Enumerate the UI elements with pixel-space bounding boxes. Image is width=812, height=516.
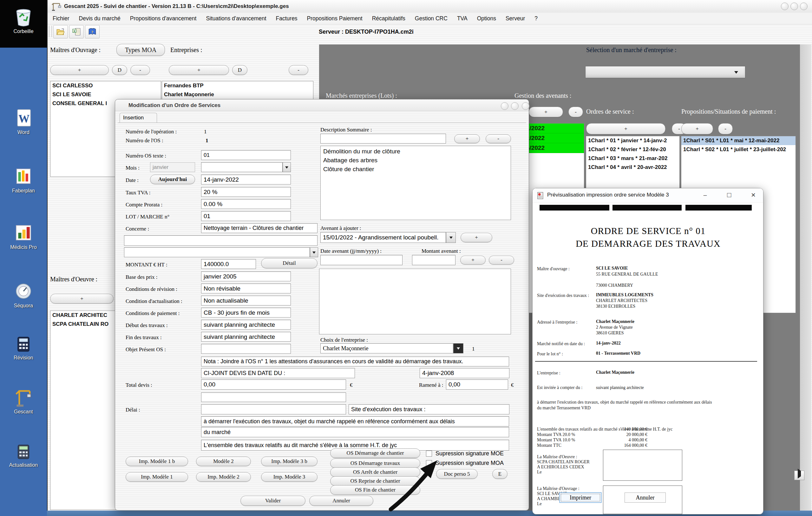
avenants-remove-button[interactable]: - — [569, 107, 583, 117]
list-item[interactable]: Charlet Maçonnerie — [162, 90, 313, 99]
cijoint-input[interactable]: CI-JOINT DEVIS EN DATE DU : — [201, 368, 355, 378]
date-avenant-input[interactable] — [320, 255, 403, 265]
ordre-item[interactable]: 1Charl * 04 * avril * 20-avr-2022 — [586, 163, 679, 172]
preview-close-button[interactable]: × — [748, 190, 758, 200]
description-item[interactable]: Clôture de chantier — [321, 164, 511, 173]
preview-minimize-button[interactable]: – — [700, 190, 710, 200]
avenant-combo-button[interactable] — [446, 232, 456, 243]
modele-2-button[interactable]: Modèle 2 — [196, 457, 251, 466]
avenant-item[interactable]: 5/2022 — [524, 143, 584, 153]
aujourdhui-button[interactable]: Aujourd'hui — [150, 175, 195, 184]
main-titlebar[interactable]: Gescant 2025 - Suivi de chantier - Versi… — [48, 0, 812, 13]
propositions-remove-button[interactable]: - — [718, 123, 733, 134]
mois-combo-button[interactable] — [283, 162, 291, 172]
mois-combo-input[interactable] — [201, 162, 283, 172]
ordre-item[interactable]: 1Charl * 02 * février * 12-fév-20 — [586, 145, 679, 154]
desktop-icon-sequora[interactable]: Séquora — [0, 281, 47, 309]
close-button[interactable] — [800, 3, 808, 10]
total-devis-input[interactable]: 0,00 — [201, 379, 346, 390]
description-item[interactable]: Démolition du mur de clôture — [321, 146, 511, 156]
list-item[interactable]: SCI CARLESSO — [51, 81, 161, 90]
montant-ht-input[interactable]: 140000.0 — [201, 259, 256, 269]
desktop-icon-word[interactable]: W Word — [0, 108, 47, 135]
menu-options[interactable]: Options — [477, 15, 496, 22]
moa-duplicate-button[interactable]: D — [112, 65, 127, 75]
menu-devis-du-marche[interactable]: Devis du marché — [79, 15, 120, 22]
objet-present-os-input[interactable] — [201, 344, 291, 354]
entreprises-duplicate-button[interactable]: D — [232, 65, 248, 75]
imp-modele-2-button[interactable]: Imp. Modèle 2 — [196, 472, 251, 482]
menu-situations-avancement[interactable]: Situations d'avancement — [206, 15, 266, 22]
cijoint-date-input[interactable]: 4-janv-2008 — [419, 368, 510, 378]
moe-add-button[interactable]: + — [50, 294, 114, 304]
list-item[interactable]: SCPA CHATELAIN RO — [51, 320, 117, 329]
list-item[interactable]: Fernandes BTP — [162, 81, 313, 90]
avenant-item[interactable]: 1/2022 — [524, 124, 584, 133]
desktop-icon-gescant[interactable]: Gescant — [0, 387, 47, 415]
proposition-item-selected[interactable]: 1Charl * S01 * L01 * mai * 12-mai-2022 — [681, 136, 795, 145]
entreprises-add-button[interactable]: + — [169, 65, 229, 75]
concerne-input[interactable]: Nettoyage terrain - Clôtures de chantier — [201, 223, 318, 233]
ordres-add-button[interactable]: + — [586, 123, 665, 134]
menu-propositions-paiement[interactable]: Propositions Paiement — [307, 15, 362, 22]
dialog-minimize-button[interactable] — [501, 102, 509, 110]
compte-prorata-input[interactable]: 0.00 % — [201, 199, 291, 209]
imp-modele-3-button[interactable]: Imp. Modèle 3 — [261, 472, 318, 482]
site-execution-input[interactable]: Site d'exécution des travaux : — [349, 404, 510, 414]
types-moa-button[interactable]: Types MOA — [116, 44, 165, 56]
desktop-icon-corbeille[interactable]: Corbeille — [0, 4, 47, 34]
scroll-right-button[interactable] — [794, 470, 804, 480]
help-button[interactable]: ? — [85, 25, 99, 38]
debut-travaux-input[interactable]: suivant planning architecte — [201, 320, 291, 330]
date-input[interactable]: 14-janv-2022 — [201, 175, 291, 185]
avenant-detail-remove-button[interactable]: - — [489, 255, 514, 265]
lot-marche-input[interactable]: 01 — [201, 211, 291, 221]
dialog-close-button[interactable] — [522, 102, 529, 110]
base-prix-input[interactable]: janvier 2005 — [201, 271, 291, 281]
numero-os-texte-input[interactable]: 01 — [201, 150, 291, 160]
ramene-input[interactable]: 0,00 — [446, 379, 508, 390]
avenant-item[interactable]: 2/2022 — [524, 133, 584, 143]
demarrer-line2-input[interactable]: du marché — [201, 427, 509, 437]
demarrer-line1-input[interactable]: à démarrer l'exécution des travaux, obje… — [201, 416, 509, 427]
condition-actualisation-input[interactable]: Non actualisable — [201, 296, 291, 305]
description-remove-button[interactable]: - — [486, 134, 511, 143]
concerne-combo-input[interactable] — [124, 247, 310, 257]
description-add-button[interactable]: + — [454, 134, 480, 143]
desktop-icon-medicis-pro[interactable]: Médicis Pro — [0, 222, 47, 250]
menu-tva[interactable]: TVA — [457, 15, 467, 22]
imp-modele-3b-button[interactable]: Imp. Modèle 3 b — [261, 457, 318, 466]
nota-input[interactable]: Nota : Joindre à l'OS n° 1 les attestati… — [201, 357, 509, 366]
montant-avenant-input[interactable] — [412, 255, 456, 265]
menu-help[interactable]: ? — [534, 15, 538, 22]
menu-serveur[interactable]: Serveur — [505, 15, 525, 22]
imp-modele-1b-button[interactable]: Imp. Modèle 1 b — [125, 457, 188, 466]
valider-button[interactable]: Valider — [240, 496, 306, 506]
avenants-add-button[interactable]: + — [529, 107, 563, 117]
avenant-combo-input[interactable]: 15/01/2022 - Agrandissement local poubel… — [320, 232, 446, 243]
menu-factures[interactable]: Factures — [276, 15, 297, 22]
annuler-button[interactable]: Annuler — [309, 496, 373, 506]
taux-tva-input[interactable]: 20 % — [201, 187, 291, 197]
proposition-item[interactable]: 1Charl * S02 * L01 * juillet * 23-juille… — [681, 145, 795, 154]
maximize-button[interactable] — [790, 3, 798, 10]
ordre-item[interactable]: 1Charl * 03 * mars * 21-mar-202 — [586, 154, 679, 163]
avenant-add-button[interactable]: + — [461, 233, 492, 242]
menu-propositions-avancement[interactable]: Propositions d'avancement — [130, 15, 197, 22]
choix-entreprise-combo[interactable]: Charlet Maçonnerie — [320, 343, 453, 353]
list-item[interactable]: CHARLET ARCHITEC — [51, 311, 117, 320]
e-button[interactable]: E — [492, 469, 508, 479]
concerne-extra-input[interactable] — [124, 235, 318, 246]
entreprises-remove-button[interactable]: - — [289, 65, 308, 75]
desktop-icon-actualisation[interactable]: Actualisation — [0, 443, 47, 468]
desktop-icon-revision[interactable]: Révision — [0, 335, 47, 361]
choix-entreprise-combo-button[interactable] — [453, 343, 463, 353]
open-file-button[interactable] — [53, 25, 68, 38]
minimize-button[interactable] — [781, 3, 788, 10]
moa-add-button[interactable]: + — [50, 65, 109, 75]
excel-export-button[interactable]: x — [69, 25, 84, 38]
menu-recapitulatifs[interactable]: Récapitulatifs — [372, 15, 405, 22]
list-item[interactable]: SCI LE SAVOIE — [51, 90, 161, 99]
ordre-item[interactable]: 1Charl * 01 * janvier * 14-janv-2 — [586, 136, 679, 145]
conditions-revision-input[interactable]: Non révisable — [201, 283, 291, 293]
